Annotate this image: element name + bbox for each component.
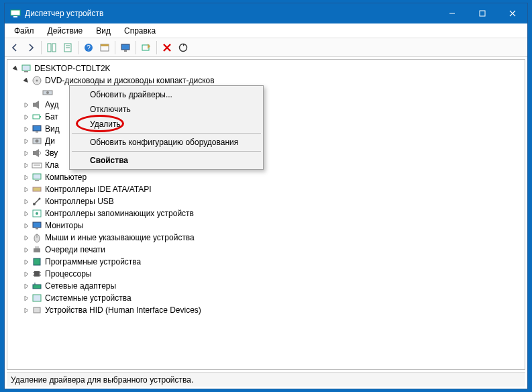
- expander-icon[interactable]: [21, 268, 32, 279]
- expander-icon[interactable]: [10, 63, 21, 74]
- svg-rect-31: [33, 126, 41, 131]
- expander-icon[interactable]: [21, 305, 32, 315]
- ctx-disable[interactable]: Отключить: [71, 102, 262, 117]
- svg-rect-2: [13, 16, 17, 17]
- category-mouse[interactable]: Мыши и иные указывающие устройства: [7, 232, 525, 244]
- prop-sheet-button[interactable]: [97, 40, 112, 55]
- category-computer[interactable]: Компьютер: [7, 171, 525, 183]
- svg-rect-60: [34, 307, 40, 313]
- expander-icon[interactable]: [21, 256, 32, 267]
- network-icon: [32, 281, 42, 291]
- category-label: Сетевые адаптеры: [45, 280, 116, 292]
- root-node[interactable]: DESKTOP-CTDLT2K: [7, 62, 525, 75]
- expander-icon[interactable]: [21, 124, 32, 134]
- svg-rect-49: [34, 248, 40, 252]
- menu-help[interactable]: Справка: [117, 25, 162, 37]
- expander-icon[interactable]: [21, 281, 32, 291]
- minimize-button[interactable]: [437, 3, 467, 23]
- category-label: Устройства HID (Human Interface Devices): [45, 304, 201, 316]
- svg-rect-57: [33, 285, 41, 289]
- svg-rect-46: [36, 228, 38, 230]
- svg-rect-28: [33, 103, 36, 107]
- category-monitor[interactable]: Мониторы: [7, 219, 525, 232]
- category-label: Вид: [45, 123, 60, 135]
- category-network[interactable]: Сетевые адаптеры: [7, 280, 525, 292]
- svg-rect-16: [121, 44, 129, 50]
- category-label: Бат: [45, 111, 58, 123]
- close-button[interactable]: [497, 3, 527, 23]
- svg-rect-15: [101, 44, 109, 46]
- properties-button[interactable]: [60, 40, 75, 55]
- expander-icon[interactable]: [21, 232, 32, 243]
- category-label: Мониторы: [45, 219, 83, 232]
- expander-icon[interactable]: [21, 172, 32, 183]
- category-ide[interactable]: Контроллеры IDE ATA/ATAPI: [7, 183, 525, 195]
- category-cpu[interactable]: Процессоры: [7, 268, 525, 280]
- expander-icon[interactable]: [21, 99, 32, 110]
- svg-point-34: [36, 140, 39, 143]
- ctx-update-drivers[interactable]: Обновить драйверы...: [71, 87, 262, 102]
- window-title: Диспетчер устройств: [25, 9, 437, 18]
- svg-rect-39: [35, 180, 39, 181]
- svg-point-27: [46, 91, 49, 94]
- svg-rect-22: [22, 65, 30, 70]
- category-usb[interactable]: Контроллеры USB: [7, 195, 525, 207]
- computer-icon: [32, 172, 42, 183]
- context-menu: Обновить драйверы... Отключить Удалить О…: [69, 85, 264, 170]
- category-label: Ауд: [45, 99, 58, 111]
- category-software[interactable]: Программные устройства: [7, 256, 525, 268]
- device-manager-window: Диспетчер устройств Файл Действие Вид Сп…: [4, 3, 528, 389]
- menu-view[interactable]: Вид: [89, 25, 117, 37]
- battery-icon: [32, 111, 42, 122]
- ctx-separator: [72, 151, 261, 152]
- expander-icon[interactable]: [21, 220, 32, 231]
- menubar: Файл Действие Вид Справка: [5, 23, 527, 38]
- help-button[interactable]: ?: [81, 40, 96, 55]
- svg-point-44: [36, 212, 38, 215]
- scan-button[interactable]: [139, 40, 154, 55]
- expander-icon[interactable]: [21, 136, 32, 146]
- svg-rect-45: [33, 222, 41, 228]
- menu-file[interactable]: Файл: [7, 25, 41, 37]
- delete-button[interactable]: [160, 40, 174, 55]
- refresh-button[interactable]: [176, 40, 191, 55]
- computer-icon: [21, 63, 32, 74]
- svg-rect-32: [36, 132, 38, 133]
- svg-rect-30: [40, 116, 41, 117]
- category-system[interactable]: Системные устройства: [7, 292, 525, 304]
- svg-rect-4: [480, 11, 485, 16]
- toolbar: ?: [5, 38, 527, 57]
- ctx-properties[interactable]: Свойства: [71, 153, 262, 168]
- device-tree-pane[interactable]: DESKTOP-CTDLT2K DVD-дисководы и дисковод…: [7, 59, 525, 370]
- category-printq[interactable]: Очереди печати: [7, 244, 525, 256]
- svg-rect-35: [33, 151, 36, 155]
- category-label: Контроллеры USB: [45, 195, 114, 207]
- expander-icon[interactable]: [21, 244, 32, 255]
- keyboard-icon: [32, 160, 42, 170]
- category-label: Зву: [45, 147, 58, 159]
- expander-icon[interactable]: [21, 293, 32, 303]
- svg-rect-40: [33, 187, 41, 191]
- expander-icon[interactable]: [21, 75, 32, 86]
- storage-icon: [32, 208, 42, 219]
- expander-icon[interactable]: [21, 111, 32, 122]
- category-hid[interactable]: Устройства HID (Human Interface Devices): [7, 304, 525, 316]
- back-button[interactable]: [7, 40, 22, 55]
- display-button[interactable]: [118, 40, 133, 55]
- ctx-scan-hardware[interactable]: Обновить конфигурацию оборудования: [71, 135, 262, 150]
- expander-icon[interactable]: [21, 160, 32, 170]
- category-storage[interactable]: Контроллеры запоминающих устройств: [7, 207, 525, 219]
- expander-icon[interactable]: [21, 148, 32, 158]
- ctx-uninstall[interactable]: Удалить: [71, 117, 262, 132]
- expander-icon[interactable]: [21, 208, 32, 219]
- show-tree-button[interactable]: [44, 40, 59, 55]
- menu-action[interactable]: Действие: [41, 25, 90, 37]
- svg-rect-52: [34, 271, 40, 277]
- expander-icon[interactable]: [21, 196, 32, 207]
- expander-icon[interactable]: [21, 184, 32, 195]
- svg-rect-0: [11, 10, 20, 15]
- root-label: DESKTOP-CTDLT2K: [34, 62, 111, 75]
- svg-rect-7: [48, 44, 51, 52]
- maximize-button[interactable]: [467, 3, 497, 23]
- forward-button[interactable]: [23, 40, 38, 55]
